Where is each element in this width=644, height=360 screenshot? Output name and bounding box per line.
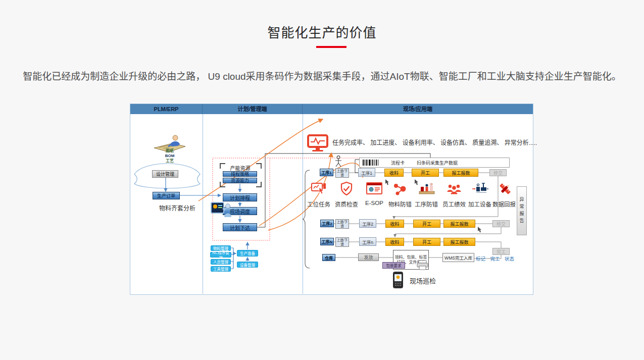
tool-mgmt-box: 工具管理: [211, 266, 231, 272]
report-work-box: 报工报数: [443, 220, 475, 228]
kpi-text: 任务完成率、 加工进度、 设备利用率、 设备仿真、 质量追溯、 异常分析....…: [332, 138, 537, 146]
process-card-label: 流程卡: [391, 160, 405, 166]
data-feedback-icon: [497, 181, 513, 199]
barcode-icon: [363, 160, 379, 166]
dashboard-monitor-icon: [307, 134, 329, 155]
report-work-box: 报工报数: [443, 169, 478, 177]
connectors-layer: [130, 104, 533, 294]
fn-label-esop: E-SOP: [360, 200, 388, 206]
fn-label-material-proof: 物料防错: [386, 200, 414, 208]
fn-label-data-feedback: 数据回报: [490, 200, 518, 208]
worker-stick-figure-icon: [334, 156, 342, 170]
wms-inbound-box: WMS完工入库: [442, 253, 474, 262]
plan-release-box: 计划下达: [223, 223, 257, 231]
hand-cursor-icon: [477, 226, 482, 235]
plm-doc-label: 图纸 BOM 工艺: [151, 148, 189, 164]
qualification-check-icon: [338, 181, 355, 199]
packaging-req-box: 包装要求: [382, 262, 405, 269]
material-analysis-label: 物料齐套分析: [149, 203, 206, 212]
machining-equipment-icon: [472, 182, 489, 197]
printer-icon: [416, 260, 429, 272]
fn-label-qualification: 资质检查: [332, 200, 361, 208]
dispatch-box: 发放: [358, 253, 379, 261]
process-card-bar: 流程卡 扫条码采集生产数据: [359, 158, 510, 168]
status-note: 标记 完工 状态: [476, 255, 514, 262]
receive-material-box: 收料: [384, 169, 404, 177]
opN-tag: 工序N: [320, 238, 334, 245]
start-work-box: 开工: [413, 220, 440, 228]
hand-cursor-icon: [414, 178, 419, 187]
exception-report-box: 异常报告: [517, 186, 527, 235]
station2-box: 工序2: [359, 219, 376, 228]
design-mgmt-box: 设计管理: [152, 170, 178, 178]
intro-paragraph: 智能化已经成为制造企业升级的必由之路， U9 cloud采用条码作为数据采集手段…: [0, 69, 644, 82]
equipment-mgmt-box: 设备管理: [237, 262, 258, 268]
personnel-mgmt-box: 人员管理: [211, 259, 231, 265]
start-work-box: 开工: [412, 169, 439, 177]
pda-device-icon: [392, 271, 404, 291]
op-transfer-box: 上道/下道: [335, 237, 349, 247]
stationN-box: 工序n: [359, 237, 376, 246]
op2-tag: 工序2: [320, 220, 334, 227]
production-flow-diagram: PLM/ERP 计划/管理端 现场/应用端: [130, 104, 533, 295]
op-transfer-box: 上道/下道: [335, 168, 349, 178]
resource-capability-box: 资源能力: [223, 178, 257, 183]
transfer-box: 移交: [492, 220, 510, 227]
station-task-icon: [311, 181, 327, 199]
page-title: 智能化生产的价值: [0, 22, 644, 41]
employee-performance-icon: [446, 181, 462, 198]
receive-material-box: 收料: [385, 238, 404, 246]
site-inspection-label: 现场巡检: [410, 276, 436, 285]
start-work-box: 开工: [413, 238, 440, 246]
receive-material-box: 收料: [385, 220, 404, 228]
prod-order-box: 生产订单: [153, 192, 180, 199]
rows-brace: [303, 170, 310, 268]
transfer-box: 移交: [489, 169, 507, 176]
finish-box: 完工: [492, 248, 510, 255]
op1-tag: 工序1: [320, 169, 333, 176]
warehouse-tag: 仓库: [322, 254, 335, 261]
scheduling-strategy-box: 排程策略: [223, 171, 257, 177]
operator-at-screen-icon: [210, 200, 232, 222]
nc-program-mgmt-box: NC程序管理: [210, 252, 231, 258]
title-accent-divider: [316, 46, 346, 48]
process-error-proof-icon: [418, 181, 435, 199]
fn-label-process-proof: 工序防错: [412, 200, 440, 208]
station1-box: 工序1: [358, 168, 375, 177]
fn-label-station-task: 工位任务: [305, 200, 333, 208]
fn-label-performance: 员工绩效: [440, 200, 468, 208]
prod-prep-box: 生产准备: [237, 250, 258, 256]
hand-cursor-icon: [384, 178, 389, 187]
scan-collect-label: 扫条码采集生产数据: [417, 160, 458, 166]
op-transfer-box: 上道/下道: [335, 219, 349, 229]
esop-icon: [366, 182, 382, 198]
page: 智能化生产的价值 智能化已经成为制造企业升级的必由之路， U9 cloud采用条…: [0, 0, 644, 360]
material-error-proof-icon: [392, 181, 408, 199]
report-work-box: 报工报数: [443, 238, 475, 246]
